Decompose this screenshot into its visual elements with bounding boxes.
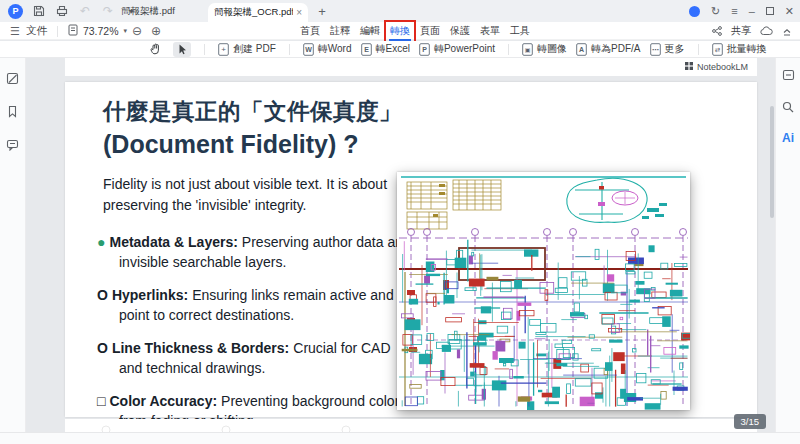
search-icon[interactable]: [782, 99, 794, 117]
batch-doc-icon: ⇄: [714, 46, 720, 53]
hand-tool[interactable]: [146, 42, 164, 57]
bullet-line-thickness: OLine Thickness & Borders:Crucial for CA…: [97, 338, 415, 378]
page-fit-icon[interactable]: [68, 24, 78, 38]
collapse-toolbar-icon[interactable]: [782, 27, 792, 36]
zoom-out-icon[interactable]: ⊖: [132, 24, 142, 38]
statusbar: [0, 432, 800, 444]
select-tool[interactable]: [173, 42, 191, 57]
left-rail: [0, 58, 26, 432]
menu-tab-form[interactable]: 表單: [478, 23, 502, 39]
previous-page-bottom: NotebookLM: [65, 58, 757, 76]
ai-assistant-button[interactable]: Ai: [782, 131, 794, 145]
maximize-button[interactable]: [766, 7, 774, 15]
tab-label: 簡報架構_OCR.pdf *: [214, 6, 293, 19]
grid-icon: [685, 62, 693, 72]
divider: [698, 44, 699, 55]
ghost-icon: [221, 421, 231, 432]
divider: [289, 44, 290, 55]
menu-tab-convert[interactable]: 轉換: [388, 23, 412, 39]
create-pdf-icon: +: [221, 45, 226, 54]
share-icon[interactable]: [712, 26, 722, 36]
o-bullet: O: [97, 287, 108, 303]
print-icon[interactable]: [55, 4, 69, 18]
powerpoint-doc-icon: P: [422, 46, 427, 53]
vertical-scrollbar[interactable]: [770, 106, 774, 218]
more-doc-icon: ⋯: [652, 45, 659, 52]
file-menu[interactable]: 文件: [26, 24, 47, 38]
page-indicator-badge: 3/15: [734, 414, 767, 429]
bullet-hyperlinks: OHyperlinks:Ensuring links remain active…: [97, 285, 415, 325]
batch-convert-button[interactable]: ⇄ 批量轉換: [712, 42, 767, 56]
new-tab-button[interactable]: +: [314, 0, 330, 22]
bullet-metadata-layers: ●Metadata & Layers:Preserving author dat…: [97, 232, 415, 272]
slide-bullets: ●Metadata & Layers:Preserving author dat…: [97, 232, 415, 431]
menu-tab-page[interactable]: 頁面: [418, 23, 442, 39]
tab-label: 簡報架構.pdf: [121, 5, 175, 18]
next-page-top: [65, 419, 757, 432]
to-powerpoint-button[interactable]: P 轉PowerPoint: [419, 42, 495, 56]
titlebar: P ↶ ↷ ▾ 簡報架構.pdf 簡報架構_OCR.pdf * × +: [0, 0, 800, 22]
undo-icon[interactable]: ↶: [78, 4, 92, 18]
green-dot-bullet: ●: [97, 234, 105, 250]
excel-doc-icon: E: [364, 46, 369, 53]
minimize-button[interactable]: –: [749, 6, 755, 17]
square-bullet: □: [97, 393, 105, 409]
comment-icon[interactable]: [6, 137, 19, 155]
app-menu-icon[interactable]: ≡: [731, 6, 737, 17]
close-button[interactable]: ✕: [785, 6, 794, 17]
zoom-level[interactable]: 73.72%: [83, 25, 119, 37]
divider: [204, 44, 205, 55]
bookmark-icon[interactable]: [7, 104, 18, 122]
image-doc-icon: ▣: [525, 47, 531, 53]
panel-icon[interactable]: [782, 67, 795, 85]
share-label[interactable]: 共享: [731, 24, 751, 38]
account-icon[interactable]: [689, 6, 700, 17]
to-excel-button[interactable]: E 轉Excel: [361, 42, 410, 56]
save-icon[interactable]: [32, 4, 46, 18]
cloud-icon[interactable]: [760, 26, 773, 36]
tab-document-2-active[interactable]: 簡報架構_OCR.pdf * ×: [208, 3, 308, 22]
sync-icon[interactable]: ↻: [711, 6, 720, 17]
thumbnails-icon[interactable]: [6, 71, 19, 89]
slide-title-en: (Document Fidelity) ?: [103, 130, 433, 159]
pdfa-doc-icon: A: [579, 46, 584, 53]
to-pdfa-button[interactable]: A 轉為PDF/A: [576, 42, 640, 56]
menu-tab-home[interactable]: 首頁: [298, 23, 322, 39]
slide-page: 什麼是真正的「文件保真度」 (Document Fidelity) ? Fide…: [65, 82, 757, 417]
tab-close-icon[interactable]: ×: [296, 7, 302, 18]
notebooklm-label: NotebookLM: [697, 62, 748, 72]
create-pdf-button[interactable]: + 創建 PDF: [218, 42, 276, 56]
menu-tab-protect[interactable]: 保護: [448, 23, 472, 39]
o-bullet: O: [97, 340, 108, 356]
ribbon-tabs: 首頁 註釋 編輯 轉換 頁面 保護 表單 工具: [298, 22, 532, 40]
tab-document-1[interactable]: 簡報架構.pdf: [98, 0, 198, 22]
ghost-icon: [101, 421, 111, 432]
divider: [57, 26, 58, 37]
more-button[interactable]: ⋯ 更多: [650, 42, 685, 56]
pdfelement-window: P ↶ ↷ ▾ 簡報架構.pdf 簡報架構_OCR.pdf * × +: [0, 0, 800, 444]
menu-tab-edit[interactable]: 編輯: [358, 23, 382, 39]
to-image-button[interactable]: ▣ 轉圖像: [522, 42, 567, 56]
slide-title-zh: 什麼是真正的「文件保真度」: [103, 96, 433, 127]
menu-tab-comment[interactable]: 註釋: [328, 23, 352, 39]
zoom-in-icon[interactable]: ⊕: [151, 24, 161, 38]
divider: [508, 44, 509, 55]
app-logo: P: [8, 4, 23, 19]
right-rail: Ai: [775, 58, 800, 432]
word-doc-icon: W: [305, 46, 312, 53]
workspace: NotebookLM 什麼是真正的「文件保真度」 (Document Fidel…: [0, 58, 800, 432]
to-word-button[interactable]: W 轉Word: [303, 42, 352, 56]
menu-tab-tools[interactable]: 工具: [508, 23, 532, 39]
slide-intro: Fidelity is not just about visible text.…: [103, 174, 399, 216]
hamburger-icon[interactable]: ☰: [10, 25, 20, 38]
document-area: NotebookLM 什麼是真正的「文件保真度」 (Document Fidel…: [26, 58, 775, 432]
menubar: ☰ 文件 73.72% ▾ ⊖ ⊕ 首頁 註釋 編輯 轉換 頁面 保護 表單 工…: [0, 22, 800, 40]
cad-drawing-image: [397, 172, 690, 410]
convert-toolbar: + 創建 PDF W 轉Word E 轉Excel P 轉PowerPoint …: [0, 41, 800, 58]
ghost-icon: [341, 421, 351, 432]
zoom-caret-icon[interactable]: ▾: [124, 27, 128, 35]
